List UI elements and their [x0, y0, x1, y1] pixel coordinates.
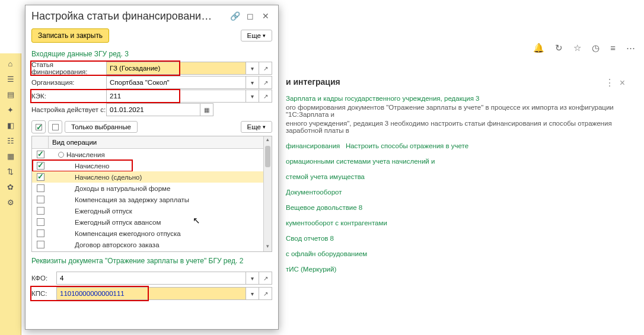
kfo-label: КФО: — [31, 275, 56, 282]
link-info-systems[interactable]: ормационными системами учета начислений … — [286, 158, 435, 165]
kps-input[interactable] — [56, 287, 246, 300]
nav-icon-5[interactable]: ☷ — [4, 136, 18, 148]
nav-icon[interactable]: ☰ — [4, 75, 18, 87]
dropdown-icon[interactable]: ▾ — [246, 287, 259, 300]
row-label: Начислено (сдельно) — [75, 174, 142, 181]
article-label: Статья финансирования: — [31, 61, 106, 75]
dropdown-icon[interactable]: ▾ — [246, 272, 259, 285]
scroll-thumb[interactable] — [265, 146, 270, 167]
nav-icon-4[interactable]: ◧ — [4, 121, 18, 133]
nav-icon-9[interactable]: ⚙ — [4, 198, 18, 210]
article-input[interactable] — [106, 62, 246, 75]
nav-icon-2[interactable]: ▤ — [4, 90, 18, 102]
table-row[interactable]: Начисления — [32, 149, 263, 160]
save-close-button[interactable]: Записать и закрыть — [31, 28, 109, 43]
check-all-button[interactable] — [31, 120, 46, 133]
dropdown-icon[interactable]: ▾ — [246, 90, 259, 103]
link-supply[interactable]: Вещевое довольствие 8 — [286, 204, 362, 211]
history-icon[interactable]: ↻ — [555, 43, 563, 53]
clock-icon[interactable]: ◷ — [592, 43, 600, 53]
table-row[interactable]: Начислено (сдельно) — [32, 171, 263, 183]
uncheck-all-button[interactable] — [48, 120, 62, 133]
nav-icon-3[interactable]: ✦ — [4, 106, 18, 117]
checkbox[interactable] — [37, 184, 44, 192]
scroll-up-icon[interactable]: ▴ — [264, 136, 272, 145]
maximize-icon[interactable]: ◻ — [244, 11, 257, 23]
row-label: Ежегодный отпуск авансом — [75, 219, 161, 226]
more-icon[interactable]: ⋯ — [626, 43, 635, 53]
row-label: Договор авторского заказа — [75, 241, 160, 248]
dialog-title: Настройка статьи финансировани… — [31, 10, 226, 23]
section-incoming: Входящие данные ЗГУ ред. 3 — [25, 49, 278, 60]
checkbox[interactable] — [37, 162, 44, 170]
scroll-down-icon[interactable]: ▾ — [264, 243, 272, 251]
checkbox[interactable] — [37, 207, 44, 215]
link-property[interactable]: стемой учета имущества — [286, 173, 365, 180]
org-label: Организация: — [31, 79, 106, 86]
open-ref-icon[interactable]: ↗ — [259, 90, 272, 103]
link-offline[interactable]: с офлайн оборудованием — [286, 250, 367, 257]
calendar-icon[interactable]: ▦ — [200, 103, 213, 116]
table-row[interactable]: Ежегодный отпуск — [32, 205, 263, 216]
open-ref-icon[interactable]: ↗ — [259, 62, 272, 75]
open-ref-icon[interactable]: ↗ — [259, 287, 272, 300]
star-icon[interactable]: ☆ — [573, 43, 581, 53]
link-config-name[interactable]: Зарплата и кадры государственного учрежд… — [286, 95, 480, 102]
scrollbar[interactable]: ▴ ▾ — [263, 136, 272, 251]
date-input[interactable] — [106, 103, 200, 116]
chevron-down-icon: ▾ — [263, 124, 266, 130]
table-row[interactable]: Ежегодный отпуск авансом — [32, 216, 263, 228]
row-label: Доходы в натуральной форме — [75, 185, 170, 192]
collapse-icon[interactable] — [58, 152, 64, 158]
kek-label: КЭК: — [31, 92, 106, 100]
menu-icon[interactable]: ≡ — [610, 43, 616, 53]
checkbox[interactable] — [37, 229, 44, 237]
link-mercury[interactable]: тИС (Меркурий) — [286, 266, 336, 273]
dropdown-icon[interactable]: ▾ — [246, 76, 259, 89]
org-input[interactable] — [106, 76, 246, 89]
link-icon[interactable]: 🔗 — [228, 11, 241, 23]
table-row[interactable]: Доходы в натуральной форме — [32, 183, 263, 194]
app-sidebar: ⌂ ☰ ▤ ✦ ◧ ☷ ▦ ⇅ ✿ ⚙ — [0, 53, 21, 335]
grid-header-check — [32, 136, 49, 148]
checkbox[interactable] — [37, 241, 44, 248]
checkbox[interactable] — [37, 151, 44, 158]
close-icon[interactable]: ✕ — [259, 11, 272, 23]
bell-icon[interactable]: 🔔 — [533, 43, 544, 53]
link-reports[interactable]: Свод отчетов 8 — [286, 235, 334, 242]
kfo-input[interactable] — [56, 272, 246, 285]
row-label: Начисления — [66, 151, 105, 158]
section-requisites: Реквизиты документа "Отражение зарплаты … — [25, 252, 278, 267]
checkbox[interactable] — [37, 196, 44, 203]
nav-icon-8[interactable]: ✿ — [4, 183, 18, 194]
grid-header-label: Вид операции — [49, 136, 263, 148]
table-row[interactable]: Компенсация за задержку зарплаты — [32, 194, 263, 205]
operations-grid: Вид операции НачисленияНачисленоНачислен… — [31, 136, 272, 252]
grid-more-button[interactable]: Еще▾ — [241, 121, 272, 133]
row-label: Ежегодный отпуск — [75, 208, 132, 215]
table-row[interactable]: Начислено — [32, 160, 263, 171]
dialog-finance-article: Настройка статьи финансировани… 🔗 ◻ ✕ За… — [25, 5, 279, 330]
checkbox[interactable] — [37, 173, 44, 181]
nav-icon-6[interactable]: ▦ — [4, 152, 18, 164]
link-docflow-contr[interactable]: кументооборот с контрагентами — [286, 219, 387, 226]
row-label: Компенсация ежегодного отпуска — [75, 230, 181, 237]
open-ref-icon[interactable]: ↗ — [259, 272, 272, 285]
link-reflection[interactable]: Настроить способы отражения в учете — [346, 142, 468, 149]
page-more-icon[interactable]: ⋮ × — [605, 77, 626, 88]
only-selected-button[interactable]: Только выбранные — [65, 121, 138, 133]
table-row[interactable]: Договор авторского заказа — [32, 239, 263, 250]
row-label: Компенсация за задержку зарплаты — [75, 196, 189, 203]
link-financing[interactable]: финансирования — [286, 142, 340, 149]
link-docflow[interactable]: Документооборот — [286, 189, 342, 196]
date-label: Настройка действует с: — [31, 106, 106, 113]
nav-icon-7[interactable]: ⇅ — [4, 167, 18, 179]
chevron-down-icon: ▾ — [263, 33, 266, 39]
dropdown-icon[interactable]: ▾ — [246, 62, 259, 75]
home-icon[interactable]: ⌂ — [4, 59, 18, 71]
kek-input[interactable] — [106, 90, 246, 103]
more-button[interactable]: Еще▾ — [241, 30, 272, 42]
open-ref-icon[interactable]: ↗ — [259, 76, 272, 89]
checkbox[interactable] — [37, 218, 44, 226]
table-row[interactable]: Компенсация ежегодного отпуска — [32, 228, 263, 239]
